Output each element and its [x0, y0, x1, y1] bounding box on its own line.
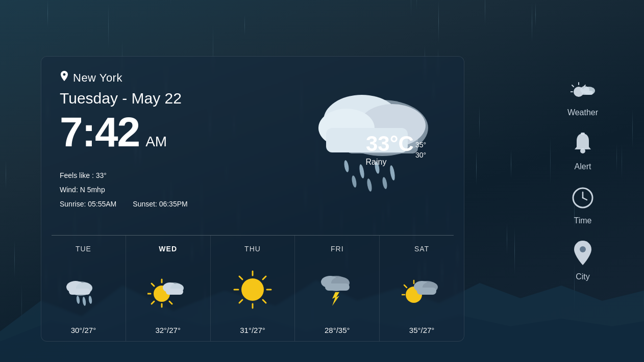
- svg-point-10: [351, 175, 357, 188]
- day-thu-label: THU: [244, 245, 261, 253]
- svg-rect-69: [581, 133, 585, 135]
- cloud-illustration: 33°C 35° 30° Rainy: [280, 67, 454, 210]
- forecast-day-thu: THU 31°/27°: [211, 236, 295, 342]
- sunset-info: Sunset: 06:35PM: [133, 197, 187, 211]
- svg-point-73: [580, 246, 586, 252]
- forecast-temp-wed: 32°/27°: [155, 326, 181, 334]
- sidebar: Weather Alert Time: [542, 0, 624, 362]
- svg-rect-49: [325, 283, 350, 291]
- sidebar-weather-label: Weather: [567, 108, 598, 117]
- time-display: 7:42: [60, 111, 139, 153]
- day-wed-label: WED: [159, 245, 177, 253]
- bell-icon: [573, 133, 593, 158]
- svg-marker-50: [332, 292, 339, 306]
- forecast-icon-sat: [402, 269, 442, 310]
- svg-point-9: [389, 165, 395, 181]
- forecast-temp-thu: 31°/27°: [240, 326, 265, 334]
- forecast-day-fri: FRI 28°/35°: [295, 236, 380, 342]
- svg-rect-20: [69, 289, 90, 295]
- svg-point-12: [382, 176, 388, 189]
- forecast-icon-wed: [147, 269, 188, 310]
- partly-cloud-sun-icon: [571, 81, 595, 104]
- day-tue-label: TUE: [76, 245, 91, 253]
- sidebar-item-alert[interactable]: Alert: [573, 133, 593, 171]
- ampm-display: AM: [145, 134, 167, 150]
- sidebar-item-city[interactable]: City: [573, 241, 592, 281]
- svg-line-32: [152, 301, 154, 304]
- svg-line-29: [152, 283, 154, 286]
- day-sat-label: SAT: [414, 245, 429, 253]
- svg-line-30: [169, 301, 172, 304]
- svg-line-44: [263, 276, 266, 279]
- sidebar-item-time[interactable]: Time: [572, 187, 594, 225]
- forecast-section: TUE 30°/27° WED: [41, 236, 464, 342]
- sidebar-alert-label: Alert: [575, 162, 591, 171]
- svg-line-54: [404, 285, 407, 288]
- forecast-day-sat: SAT 35°/27°: [380, 236, 464, 342]
- svg-text:33°C: 33°C: [366, 132, 414, 156]
- location-label: New York: [73, 71, 122, 85]
- sidebar-time-label: Time: [574, 216, 592, 225]
- location-pin-icon: [60, 71, 69, 85]
- forecast-day-tue: TUE 30°/27°: [41, 236, 126, 342]
- svg-line-43: [263, 300, 266, 303]
- svg-text:35°: 35°: [415, 141, 426, 149]
- svg-point-37: [241, 278, 264, 301]
- forecast-icon-tue: [63, 269, 104, 310]
- sidebar-item-weather[interactable]: Weather: [567, 81, 598, 117]
- forecast-icon-fri: [317, 269, 358, 310]
- forecast-icon-thu: [232, 269, 273, 310]
- sidebar-city-label: City: [576, 272, 590, 281]
- svg-point-11: [366, 178, 373, 192]
- pin-icon: [573, 241, 592, 268]
- forecast-day-wed: WED: [126, 236, 211, 342]
- svg-line-45: [239, 300, 242, 303]
- weather-card: New York Tuesday - May 22 7:42 AM Feels …: [41, 56, 464, 342]
- card-top: New York Tuesday - May 22 7:42 AM Feels …: [41, 57, 464, 235]
- forecast-temp-fri: 28°/35°: [325, 326, 350, 334]
- day-fri-label: FRI: [331, 245, 344, 253]
- forecast-temp-tue: 30°/27°: [71, 326, 96, 334]
- svg-line-42: [239, 276, 242, 279]
- svg-line-63: [572, 85, 574, 87]
- svg-rect-67: [582, 91, 593, 95]
- svg-rect-59: [417, 288, 436, 295]
- svg-point-6: [343, 160, 350, 172]
- svg-text:Rainy: Rainy: [366, 158, 387, 166]
- clock-icon: [572, 187, 594, 212]
- sunrise-info: Sunrise: 05:55AM: [60, 197, 116, 211]
- svg-point-21: [76, 295, 80, 304]
- svg-point-22: [82, 296, 86, 306]
- forecast-temp-sat: 35°/27°: [409, 326, 435, 334]
- svg-point-68: [580, 148, 585, 153]
- svg-point-7: [359, 164, 365, 179]
- svg-point-23: [88, 295, 92, 304]
- svg-rect-36: [166, 289, 183, 295]
- svg-text:30°: 30°: [415, 151, 426, 159]
- svg-line-72: [583, 198, 587, 200]
